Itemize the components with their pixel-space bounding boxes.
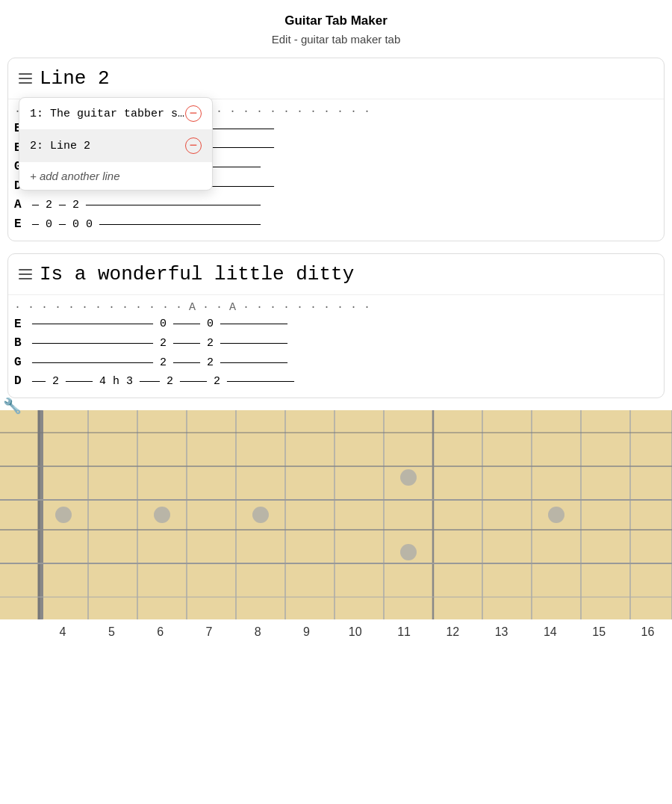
fret-num-9: 9 (282, 625, 331, 639)
section-header-2: Is a wonderful little ditty (8, 254, 664, 295)
tab-string-A1: A — 2 — 2 —————————————————————————— (14, 196, 658, 215)
tab-string-E2: E —————————————————— 0 ———— 0 —————————— (14, 315, 658, 335)
string-tab-B2: —————————————————— 2 ———— 2 —————————— (32, 335, 287, 353)
string-tab-E2: —————————————————— 0 ———— 0 —————————— (32, 315, 287, 333)
string-tab-G2: —————————————————— 2 ———— 2 —————————— (32, 354, 287, 372)
section-title-1: Line 2 (40, 67, 110, 90)
tab-string-G2: G —————————————————— 2 ———— 2 —————————— (14, 353, 658, 373)
fret-num-14: 14 (526, 625, 574, 639)
app-title: Guitar Tab Maker (0, 0, 672, 33)
svg-rect-0 (0, 410, 672, 619)
string-tab-A1: — 2 — 2 —————————————————————————— (32, 197, 261, 214)
hamburger-icon-1[interactable] (19, 73, 32, 84)
tab-string-lowE1: E — 0 — 0 0 ———————————————————————— (14, 215, 658, 235)
remove-btn-2[interactable]: − (185, 137, 202, 154)
section-card-2: Is a wonderful little ditty · · · · · · … (7, 253, 665, 398)
fret-num-16: 16 (623, 625, 672, 639)
dropdown-item-label-2: 2: Line 2 (30, 140, 90, 152)
svg-point-22 (55, 507, 72, 523)
svg-point-27 (548, 507, 564, 523)
dropdown-item-1[interactable]: 1: The guitar tabber s… − (19, 98, 212, 130)
svg-point-25 (400, 469, 417, 486)
dropdown-item-label-1: 1: The guitar tabber s… (30, 108, 184, 120)
dots-row-2: · · · · · · · · · · · · · A · · A · · · … (14, 298, 658, 315)
fret-num-11: 11 (379, 625, 428, 639)
section-card-1: Line 2 1: The guitar tabber s… − 2: Line… (7, 58, 665, 241)
wrench-icon[interactable]: 🔧 (3, 397, 22, 415)
svg-point-24 (252, 507, 269, 523)
string-tab-lowE1: — 0 — 0 0 ———————————————————————— (32, 216, 261, 234)
fret-num-8: 8 (234, 625, 282, 639)
string-label-lowE1: E (14, 215, 32, 235)
string-label-A1: A (14, 196, 32, 215)
tab-string-B2: B —————————————————— 2 ———— 2 —————————— (14, 334, 658, 353)
string-label-G2: G (14, 353, 32, 373)
tab-string-D2: D —— 2 ———— 4 h 3 ——— 2 ———— 2 —————————… (14, 372, 658, 392)
fretboard-svg (0, 410, 672, 619)
fretboard-container: 🔧 (0, 410, 672, 645)
fret-num-6: 6 (136, 625, 184, 639)
dropdown-menu-1: 1: The guitar tabber s… − 2: Line 2 − + … (19, 97, 213, 191)
fret-num-10: 10 (331, 625, 379, 639)
dropdown-item-2[interactable]: 2: Line 2 − (19, 130, 212, 162)
fret-num-7: 7 (184, 625, 233, 639)
fret-num-12: 12 (429, 625, 477, 639)
svg-point-23 (154, 507, 170, 523)
fretboard[interactable] (0, 410, 672, 619)
remove-btn-1[interactable]: − (185, 105, 202, 122)
section-header-1: Line 2 (8, 58, 664, 99)
string-label-B2: B (14, 334, 32, 353)
hamburger-icon-2[interactable] (19, 269, 32, 279)
add-line-btn[interactable]: + add another line (19, 162, 212, 190)
section-title-2: Is a wonderful little ditty (40, 263, 354, 285)
fret-num-4: 4 (38, 625, 87, 639)
tab-area-2: · · · · · · · · · · · · · A · · A · · · … (8, 295, 664, 398)
fret-num-13: 13 (477, 625, 526, 639)
app-subtitle: Edit - guitar tab maker tab (0, 33, 672, 58)
fret-num-5: 5 (87, 625, 136, 639)
fret-numbers-row: 4 5 6 7 8 9 10 11 12 13 14 15 16 (0, 619, 672, 645)
string-tab-D2: —— 2 ———— 4 h 3 ——— 2 ———— 2 —————————— (32, 373, 294, 391)
svg-point-26 (400, 544, 417, 560)
fret-num-15: 15 (575, 625, 623, 639)
string-label-E2: E (14, 315, 32, 335)
string-label-D2: D (14, 372, 32, 392)
